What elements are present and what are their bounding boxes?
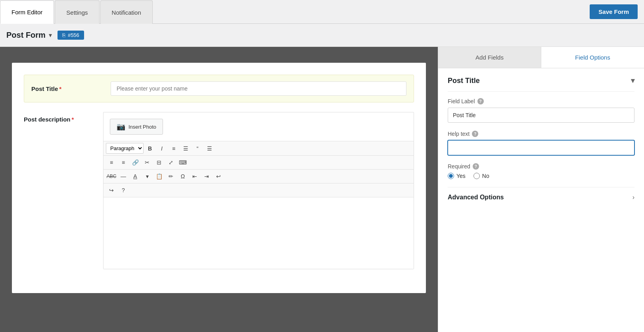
align-center-button[interactable]: ≡ [118, 157, 129, 168]
top-bar: Form Editor Settings Notification Save F… [0, 0, 644, 24]
fullscreen-button[interactable]: ⤢ [165, 157, 176, 168]
outdent-button[interactable]: ⇤ [189, 171, 200, 181]
post-title-row: Post Title* [24, 75, 414, 102]
form-id-text: #556 [68, 32, 79, 38]
paragraph-select[interactable]: Paragraph [106, 143, 144, 154]
canvas-area[interactable]: Post Title* Post description* 📷 Insert P… [0, 47, 438, 332]
right-panel: Add Fields Field Options Post Title ▾ Fi… [438, 47, 644, 332]
special-char-button[interactable]: Ω [177, 171, 188, 181]
copy-icon: ⎘ [62, 32, 65, 38]
required-group: Required ? Yes No [448, 163, 634, 179]
field-label-input[interactable] [448, 108, 634, 123]
horizontal-rule-button[interactable]: — [118, 171, 129, 181]
post-description-required-star: * [72, 116, 74, 123]
tab-notification[interactable]: Notification [100, 0, 153, 24]
eraser-button[interactable]: ✏ [165, 171, 176, 181]
unlink-button[interactable]: ✂ [142, 157, 153, 168]
field-label-group-label: Field Label ? [448, 98, 634, 104]
form-title: Post Form [6, 31, 46, 40]
hr-button[interactable]: ⊟ [153, 157, 165, 168]
field-label-group: Field Label ? [448, 98, 634, 123]
toolbar-row-1: Paragraph B I ≡ ☰ “ ☰ [104, 141, 414, 156]
ordered-list-button[interactable]: ☰ [180, 143, 191, 154]
help-text-input[interactable] [448, 140, 634, 155]
tab-field-options[interactable]: Field Options [541, 47, 644, 68]
strikethrough-button[interactable]: ABC [106, 171, 117, 181]
link-button[interactable]: 🔗 [130, 157, 141, 168]
align-button[interactable]: ☰ [204, 143, 215, 154]
post-description-label: Post description* [24, 112, 103, 123]
help-button[interactable]: ? [118, 185, 129, 195]
blockquote-button[interactable]: “ [192, 143, 203, 154]
editor-wrap: 📷 Insert Photo Paragraph B I ≡ ☰ “ [103, 112, 414, 269]
panel-tabs: Add Fields Field Options [438, 47, 644, 68]
required-star: * [59, 85, 61, 92]
advanced-options-row[interactable]: Advanced Options › [448, 187, 634, 207]
post-description-row: Post description* 📷 Insert Photo Paragra… [24, 112, 414, 269]
required-radio-group: Yes No [448, 173, 634, 179]
toolbar-row-3: ABC — A ▾ 📋 ✏ Ω ⇤ ⇥ ↩ [104, 170, 414, 183]
required-group-label: Required ? [448, 163, 634, 170]
bold-button[interactable]: B [144, 143, 155, 154]
keyboard-button[interactable]: ⌨ [177, 157, 188, 168]
collapse-icon[interactable]: ▾ [631, 76, 634, 85]
required-yes-label[interactable]: Yes [448, 173, 466, 179]
italic-button[interactable]: I [156, 143, 167, 154]
advanced-options-chevron-right-icon: › [632, 194, 634, 201]
paste-button[interactable]: 📋 [153, 171, 165, 181]
required-yes-radio[interactable] [448, 173, 454, 179]
insert-photo-button[interactable]: 📷 Insert Photo [110, 119, 163, 135]
toolbar-row-4: ↪ ? [104, 183, 414, 197]
toolbar-row-2: ≡ ≡ 🔗 ✂ ⊟ ⤢ ⌨ [104, 156, 414, 170]
font-color-button[interactable]: A [130, 171, 141, 181]
font-color-dropdown[interactable]: ▾ [142, 171, 153, 181]
sub-header: Post Form ▾ ⎘ #556 [0, 24, 644, 47]
post-title-label: Post Title* [31, 81, 111, 92]
form-id-badge[interactable]: ⎘ #556 [58, 31, 84, 40]
help-text-group-label: Help text ? [448, 131, 634, 137]
tab-form-editor[interactable]: Form Editor [0, 0, 54, 24]
redo-button[interactable]: ↪ [106, 185, 117, 195]
undo-button[interactable]: ↩ [213, 171, 224, 181]
editor-body[interactable] [104, 197, 414, 269]
required-no-radio[interactable] [473, 173, 480, 179]
align-left-button[interactable]: ≡ [106, 157, 117, 168]
tab-add-fields[interactable]: Add Fields [438, 47, 541, 68]
required-no-label[interactable]: No [473, 173, 489, 179]
help-text-help-icon[interactable]: ? [472, 131, 478, 137]
indent-button[interactable]: ⇥ [201, 171, 212, 181]
field-label-help-icon[interactable]: ? [477, 98, 484, 104]
main-layout: Post Title* Post description* 📷 Insert P… [0, 47, 644, 332]
unordered-list-button[interactable]: ≡ [168, 143, 179, 154]
help-text-group: Help text ? [448, 131, 634, 155]
required-help-icon[interactable]: ? [473, 163, 479, 170]
tab-settings[interactable]: Settings [55, 0, 99, 24]
form-title-chevron-down-icon[interactable]: ▾ [49, 31, 52, 39]
form-canvas: Post Title* Post description* 📷 Insert P… [12, 63, 426, 293]
post-title-input[interactable] [111, 81, 406, 96]
field-section-title: Post Title ▾ [448, 76, 634, 92]
photo-icon: 📷 [117, 122, 125, 131]
save-form-button[interactable]: Save Form [590, 4, 638, 19]
field-options-panel: Post Title ▾ Field Label ? Help text ? [438, 68, 644, 215]
